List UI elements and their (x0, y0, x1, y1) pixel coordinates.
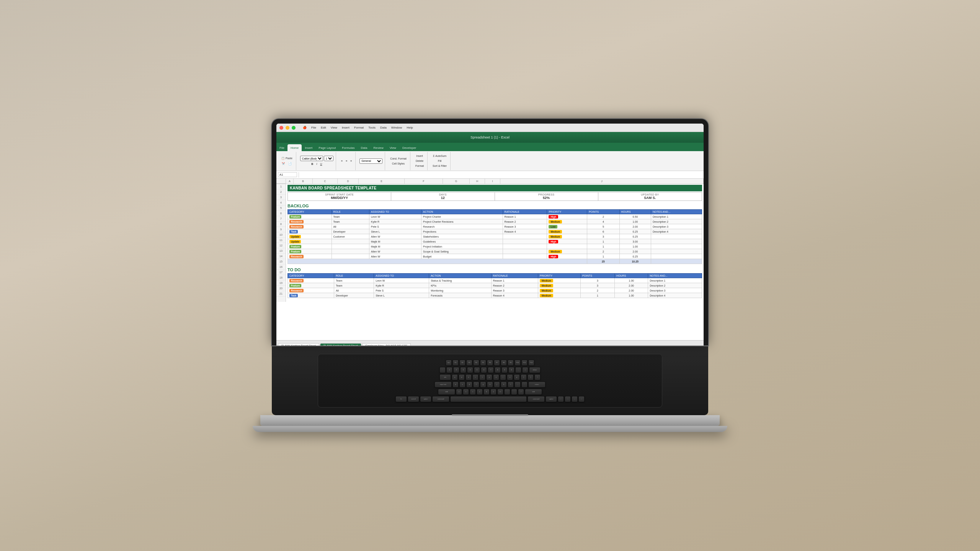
minimize-button[interactable] (286, 126, 289, 130)
key-m[interactable]: m (497, 389, 503, 395)
key-n[interactable]: n (490, 389, 497, 395)
key-shift-left[interactable]: shift (438, 389, 455, 395)
underline-btn[interactable]: U (319, 162, 323, 166)
key-tab[interactable]: tab (439, 374, 451, 380)
key-x[interactable]: x (463, 389, 469, 395)
key-i[interactable]: i (500, 374, 506, 380)
tab-page-layout[interactable]: Page Layout (315, 144, 339, 151)
key-5[interactable]: 5 (474, 367, 480, 373)
key-f8[interactable]: F8 (501, 360, 507, 366)
col-f[interactable]: F (405, 179, 443, 184)
key-f5[interactable]: F5 (480, 360, 486, 366)
key-cmd-left[interactable]: command (432, 396, 449, 402)
align-center-btn[interactable]: ≡ (345, 159, 348, 163)
key-d[interactable]: d (466, 381, 472, 388)
number-format-select[interactable]: General (359, 158, 382, 164)
sort-filter-btn[interactable]: Sort & Filter (431, 164, 448, 168)
backlog-row-8[interactable]: Research Allen W Budget High 1 0.25 (288, 254, 702, 259)
menu-window[interactable]: Window (389, 126, 404, 130)
key-shift-right[interactable]: shift (525, 389, 542, 395)
paste-btn[interactable]: 📋 Paste (280, 156, 294, 161)
todo-row-1[interactable]: Feature Team Kylie R KPIs Reason 2 Mediu… (288, 283, 702, 288)
conditional-format-btn[interactable]: Cond. Format (389, 156, 408, 161)
key-fn[interactable]: fn (395, 396, 407, 402)
key-f1[interactable]: F1 (452, 360, 459, 366)
key-semicolon[interactable]: ; (514, 381, 521, 388)
key-6[interactable]: 6 (481, 367, 487, 373)
cell-reference-input[interactable] (278, 172, 297, 177)
cut-btn[interactable]: ✂️ (281, 161, 286, 166)
key-q[interactable]: q (452, 374, 458, 380)
key-f11[interactable]: F11 (521, 360, 528, 366)
key-arrow-up[interactable]: ↑ (565, 396, 571, 402)
backlog-row-9[interactable]: 25 10.25 (288, 259, 702, 264)
key-z[interactable]: z (456, 389, 462, 395)
key-f6[interactable]: F6 (487, 360, 493, 366)
menu-data[interactable]: Data (378, 126, 389, 130)
key-e[interactable]: e (466, 374, 472, 380)
key-f9[interactable]: F9 (508, 360, 514, 366)
key-comma[interactable]: , (504, 389, 510, 395)
key-f7[interactable]: F7 (494, 360, 500, 366)
font-family-select[interactable]: Calibri (Body) (300, 156, 323, 161)
key-f12[interactable]: F12 (528, 360, 534, 366)
key-w[interactable]: w (459, 374, 465, 380)
todo-row-0[interactable]: Research Team Leon W Status & Tracking R… (288, 278, 702, 283)
key-l[interactable]: l (508, 381, 514, 388)
key-quote[interactable]: ' (521, 381, 528, 388)
key-r[interactable]: r (472, 374, 479, 380)
key-c[interactable]: c (470, 389, 476, 395)
col-a[interactable]: A (286, 179, 294, 184)
key-9[interactable]: 9 (501, 367, 508, 373)
key-f[interactable]: f (473, 381, 479, 388)
key-t[interactable]: t (479, 374, 485, 380)
key-equals[interactable]: = (522, 367, 528, 373)
insert-cells-btn[interactable]: Insert (415, 154, 424, 158)
tab-data[interactable]: Data (358, 144, 371, 151)
updated-by-value[interactable]: SAM S. (601, 196, 699, 200)
key-capslock[interactable]: caps lock (434, 381, 452, 388)
copy-btn[interactable]: 📄 (287, 161, 293, 166)
menu-tools[interactable]: Tools (366, 126, 377, 130)
key-arrow-down[interactable]: ↓ (572, 396, 578, 402)
tab-review[interactable]: Review (370, 144, 386, 151)
key-cmd-right[interactable]: command (528, 396, 545, 402)
col-d[interactable]: D (338, 179, 359, 184)
tab-formulas[interactable]: Formulas (339, 144, 358, 151)
menu-view[interactable]: View (329, 126, 339, 130)
sheet-tab-2[interactable]: BLANK Kanban Board Sheet (320, 343, 361, 346)
format-cells-btn[interactable]: Format (414, 164, 425, 168)
key-minus[interactable]: - (515, 367, 521, 373)
key-control[interactable]: control (408, 396, 419, 402)
progress-value[interactable]: 52% (498, 196, 595, 200)
menu-help[interactable]: Help (405, 126, 415, 130)
col-g[interactable]: G (443, 179, 470, 184)
col-h[interactable]: H (470, 179, 485, 184)
menu-edit[interactable]: Edit (319, 126, 328, 130)
tab-view[interactable]: View (387, 144, 399, 151)
key-slash[interactable]: / (518, 389, 524, 395)
italic-btn[interactable]: I (315, 162, 318, 166)
backlog-row-6[interactable]: Feature Majik M Project Initiation 1 1.0… (288, 244, 702, 249)
todo-row-2[interactable]: Research All Pete S Monitoring Reason 3 … (288, 288, 702, 293)
days-value[interactable]: 12 (394, 196, 491, 200)
close-button[interactable] (279, 126, 283, 130)
sheet-tab-3[interactable]: Employee New - DO NOT DELETE (362, 343, 411, 346)
key-backtick[interactable]: ` (439, 367, 446, 373)
key-g[interactable]: g (480, 381, 486, 388)
key-f3[interactable]: F3 (466, 360, 472, 366)
backlog-row-5[interactable]: Update Majik M Guidelines High 1 3.00 (288, 239, 702, 244)
backlog-row-7[interactable]: Feature Allen W Scope & Goal Setting Med… (288, 249, 702, 254)
tab-developer[interactable]: Developer (399, 144, 419, 151)
maximize-button[interactable] (292, 126, 296, 130)
backlog-row-4[interactable]: Update Customer Allen W Stakeholders Med… (288, 234, 702, 239)
key-0[interactable]: 0 (508, 367, 514, 373)
sprint-date-value[interactable]: MM/DD/YY (291, 196, 388, 200)
backlog-row-0[interactable]: Feature Team Leon W Project Charter Reas… (288, 214, 702, 219)
bold-btn[interactable]: B (310, 162, 314, 166)
menu-format[interactable]: Format (352, 126, 366, 130)
key-bracket-close[interactable]: ] (528, 374, 534, 380)
key-s[interactable]: s (459, 381, 466, 388)
key-3[interactable]: 3 (460, 367, 466, 373)
key-v[interactable]: v (477, 389, 483, 395)
